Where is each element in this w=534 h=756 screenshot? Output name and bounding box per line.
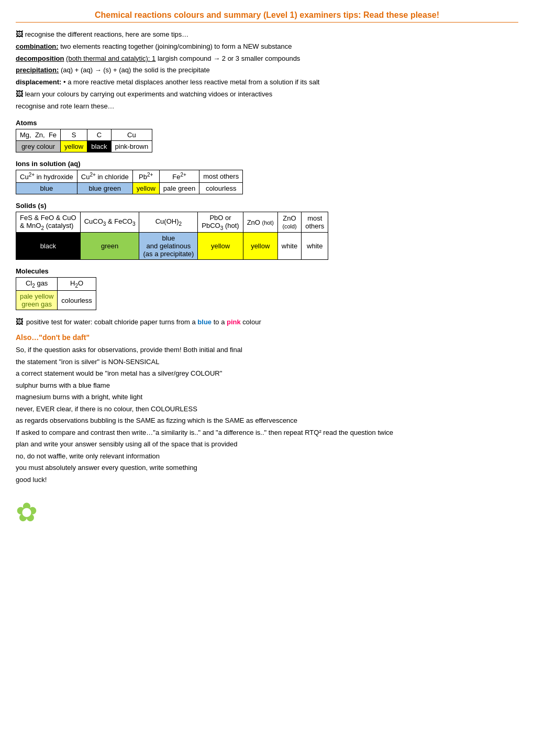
ions-yellow: yellow — [132, 182, 159, 194]
ions-h5: most others — [199, 170, 243, 182]
also-line-11: good luck! — [16, 475, 518, 485]
ions-blue-green: blue green — [77, 182, 132, 194]
ions-table: Cu2+ in hydroxide Cu2+ in chloride Pb2+ … — [16, 170, 243, 194]
solids-h5: ZnO (hot) — [243, 212, 277, 233]
also-line-8: plan and write your answer sensibly usin… — [16, 439, 518, 450]
solids-title: Solids (s) — [16, 202, 518, 210]
atoms-yellow: yellow — [61, 140, 87, 152]
water-test-icon: 🖼 — [16, 317, 23, 326]
molecules-color-row: pale yellowgreen gas colourless — [16, 291, 96, 310]
atoms-h4: Cu — [111, 129, 152, 140]
ions-h1: Cu2+ in hydroxide — [16, 170, 77, 182]
ions-section: Ions in solution (aq) Cu2+ in hydroxide … — [16, 160, 518, 194]
also-line-10: you must absolutely answer every questio… — [16, 463, 518, 473]
solids-blue: blueand gelatinous(as a precipitate) — [139, 233, 198, 260]
also-line-3: sulphur burns with a blue flame — [16, 380, 518, 391]
ions-pale-green: pale green — [159, 182, 199, 194]
atoms-title: Atoms — [16, 119, 518, 127]
precipitation-line: precipitation: (aq) + (aq) → (s) + (aq) … — [16, 65, 518, 75]
atoms-pink: pink-brown — [111, 140, 152, 152]
molecules-section: Molecules Cl2 gas H2O pale yellowgreen g… — [16, 267, 518, 310]
ions-header-row: Cu2+ in hydroxide Cu2+ in chloride Pb2+ … — [16, 170, 243, 182]
water-test-text: positive test for water: cobalt chloride… — [26, 318, 261, 326]
tip-icon2: 🖼 — [16, 90, 23, 98]
molecules-title: Molecules — [16, 267, 518, 275]
ions-h3: Pb2+ — [132, 170, 159, 182]
flower-decoration: ✿ — [16, 492, 518, 528]
atoms-black: black — [87, 140, 111, 152]
also-line-7: If asked to compare and contrast then wr… — [16, 428, 518, 438]
atoms-section: Atoms Mg, Zn, Fe S C Cu grey colour yell… — [16, 119, 518, 152]
tip-icon1: 🖼 — [16, 30, 23, 38]
solids-h4: PbO orPbCO3 (hot) — [198, 212, 243, 233]
also-line-4: magnesium burns with a bright, white lig… — [16, 392, 518, 402]
solids-white1: white — [277, 233, 301, 260]
atoms-h2: S — [61, 129, 87, 140]
solids-yellow2: yellow — [243, 233, 277, 260]
displacement-line: displacement: • a more reactive metal di… — [16, 77, 518, 87]
solids-header-row: FeS & FeO & CuO& MnO2 (catalyst) CuCO3 &… — [16, 212, 328, 233]
ions-h4: Fe2+ — [159, 170, 199, 182]
solids-h6: ZnO(cold) — [277, 212, 301, 233]
solids-black: black — [16, 233, 81, 260]
also-line-1: the statement "iron is silver" is NON-SE… — [16, 357, 518, 367]
solids-h3: Cu(OH)2 — [139, 212, 198, 233]
decomposition-line: decomposition (both thermal and catalyti… — [16, 53, 518, 64]
also-line-2: a correct statement would be "iron metal… — [16, 368, 518, 379]
tip-line1: 🖼 recognise the different reactions, her… — [16, 29, 518, 40]
ions-colourless: colourless — [199, 182, 243, 194]
molecules-h1: Cl2 gas — [16, 278, 58, 291]
also-line-9: no, do not waffle, write only relevant i… — [16, 451, 518, 462]
solids-white2: white — [302, 233, 328, 260]
solids-section: Solids (s) FeS & FeO & CuO& MnO2 (cataly… — [16, 202, 518, 260]
solids-h2: CuCO3 & FeCO3 — [80, 212, 139, 233]
ions-color-row: blue blue green yellow pale green colour… — [16, 182, 243, 194]
also-section: Also…"don't be daft" So, if the question… — [16, 333, 518, 485]
solids-green: green — [80, 233, 139, 260]
also-line-6: as regards observations bubbling is the … — [16, 415, 518, 426]
also-line-5: never, EVER clear, if there is no colour… — [16, 404, 518, 414]
tip-line3: recognise and rote learn these… — [16, 101, 518, 112]
ions-blue: blue — [16, 182, 77, 194]
ions-h2: Cu2+ in chloride — [77, 170, 132, 182]
molecules-table: Cl2 gas H2O pale yellowgreen gas colourl… — [16, 277, 96, 310]
also-title: Also…"don't be daft" — [16, 333, 518, 342]
molecules-colourless: colourless — [58, 291, 96, 310]
atoms-color-row: grey colour yellow black pink-brown — [16, 140, 152, 152]
molecules-header-row: Cl2 gas H2O — [16, 278, 96, 291]
tips-section: 🖼 recognise the different reactions, her… — [16, 29, 518, 112]
solids-h7: mostothers — [302, 212, 328, 233]
also-lines: So, if the question asks for observation… — [16, 345, 518, 485]
atoms-grey: grey colour — [16, 140, 61, 152]
atoms-table: Mg, Zn, Fe S C Cu grey colour yellow bla… — [16, 129, 152, 152]
atoms-h3: C — [87, 129, 111, 140]
atoms-header-row: Mg, Zn, Fe S C Cu — [16, 129, 152, 140]
molecules-pale-yellow: pale yellowgreen gas — [16, 291, 58, 310]
water-test-section: 🖼 positive test for water: cobalt chlori… — [16, 317, 518, 326]
solids-table: FeS & FeO & CuO& MnO2 (catalyst) CuCO3 &… — [16, 212, 328, 260]
atoms-h1: Mg, Zn, Fe — [16, 129, 61, 140]
solids-color-row: black green blueand gelatinous(as a prec… — [16, 233, 328, 260]
page-title: Chemical reactions colours and summary (… — [16, 10, 518, 23]
ions-title: Ions in solution (aq) — [16, 160, 518, 168]
molecules-h2: H2O — [58, 278, 96, 291]
tip-line2: 🖼 learn your colours by carrying out exp… — [16, 89, 518, 100]
solids-h1: FeS & FeO & CuO& MnO2 (catalyst) — [16, 212, 81, 233]
solids-yellow1: yellow — [198, 233, 243, 260]
combination-line: combination: two elements reacting toget… — [16, 41, 518, 52]
also-line-0: So, if the question asks for observation… — [16, 345, 518, 355]
